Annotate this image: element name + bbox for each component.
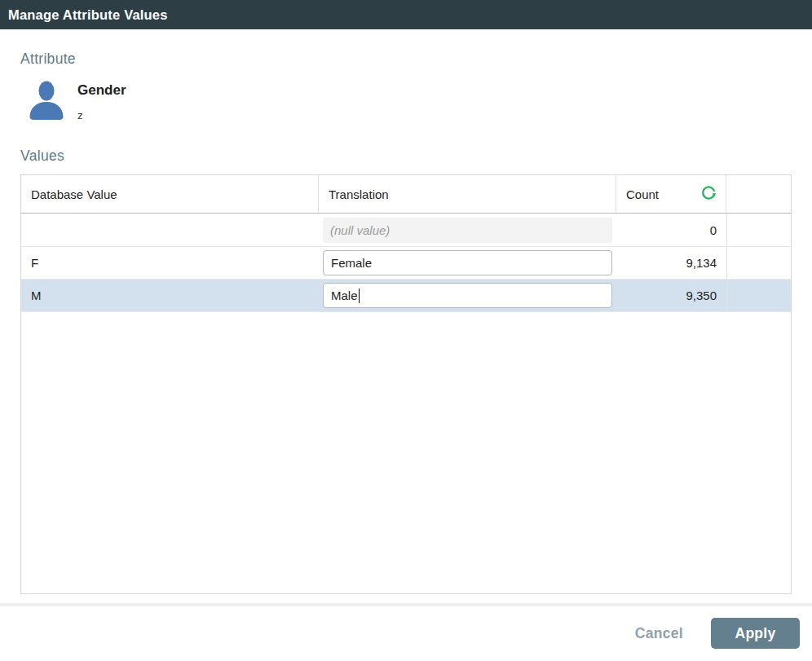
- values-section-label: Values: [20, 148, 792, 165]
- column-header-actions: [726, 175, 791, 213]
- attribute-section-label: Attribute: [20, 51, 792, 68]
- dialog-content: Attribute Gender z Values Database Value…: [0, 51, 812, 594]
- apply-button[interactable]: Apply: [711, 618, 800, 649]
- person-icon: [26, 80, 67, 122]
- attribute-detail: z: [77, 109, 126, 121]
- table-row-m[interactable]: M Male 9,350: [21, 280, 791, 312]
- actions-cell: [726, 280, 791, 311]
- database-value-cell: M: [21, 289, 319, 302]
- count-cell: 9,350: [616, 289, 726, 302]
- refresh-icon: [700, 184, 717, 204]
- translation-input-text: Male: [331, 289, 358, 302]
- actions-cell: [726, 247, 791, 279]
- attribute-summary: Gender z: [20, 80, 792, 122]
- refresh-counts-button[interactable]: [699, 185, 717, 203]
- count-header-label: Count: [626, 187, 659, 201]
- dialog-title: Manage Attribute Values: [8, 7, 168, 23]
- table-row-f[interactable]: F Female 9,134: [21, 247, 791, 280]
- translation-input-male[interactable]: Male: [323, 283, 612, 308]
- null-value-translation-field[interactable]: (null value): [323, 218, 612, 243]
- attribute-info: Gender z: [77, 80, 126, 121]
- column-header-translation: Translation: [319, 175, 616, 213]
- values-table: Database Value Translation Count (nu: [20, 174, 792, 594]
- cancel-button[interactable]: Cancel: [635, 625, 683, 642]
- text-cursor: [359, 289, 360, 303]
- dialog-titlebar: Manage Attribute Values: [0, 0, 812, 29]
- actions-cell: [726, 214, 791, 246]
- table-row-null[interactable]: (null value) 0: [21, 214, 791, 247]
- dialog-footer: Cancel Apply: [0, 606, 812, 660]
- translation-cell: (null value): [319, 218, 616, 243]
- column-header-database-value: Database Value: [21, 175, 319, 213]
- column-header-count: Count: [616, 175, 726, 213]
- translation-cell: Male: [319, 283, 616, 308]
- count-cell: 9,134: [616, 256, 726, 270]
- translation-input-text: Female: [331, 256, 372, 270]
- table-empty-area: [21, 312, 791, 593]
- database-value-cell: F: [21, 256, 319, 270]
- attribute-name: Gender: [77, 82, 126, 99]
- translation-input-female[interactable]: Female: [323, 250, 612, 275]
- translation-cell: Female: [319, 250, 616, 275]
- values-table-header: Database Value Translation Count: [21, 175, 791, 214]
- count-cell: 0: [616, 223, 726, 237]
